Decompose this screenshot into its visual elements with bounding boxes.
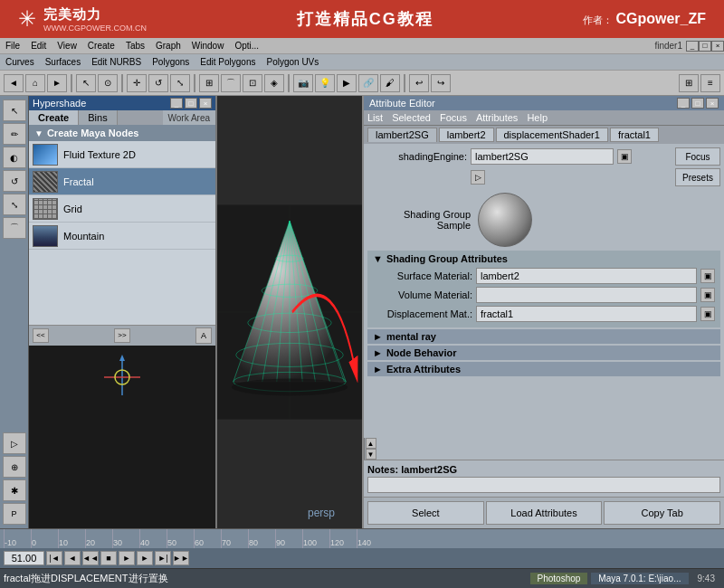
shading-engine-input[interactable] xyxy=(471,148,614,165)
ltool-rotate[interactable]: ↺ xyxy=(3,170,26,192)
tab-bins[interactable]: Bins xyxy=(79,110,117,125)
menu-surfaces[interactable]: Surfaces xyxy=(40,54,86,70)
scroll-down[interactable]: ▼ xyxy=(366,449,376,460)
ltool-anim[interactable]: ▷ xyxy=(3,432,26,454)
toolbar-snap-surface[interactable]: ◈ xyxy=(264,74,284,92)
attr-menu-selected[interactable]: Selected xyxy=(392,112,431,123)
pb-stop[interactable]: ■ xyxy=(100,551,117,565)
surface-material-input[interactable] xyxy=(476,268,697,284)
copy-tab-btn[interactable]: Copy Tab xyxy=(604,501,720,525)
menu-polygons[interactable]: Polygons xyxy=(147,54,195,70)
scroll-left-btn[interactable]: << xyxy=(33,328,49,343)
node-item-grid[interactable]: Grid xyxy=(29,195,215,223)
load-attributes-btn[interactable]: Load Attributes xyxy=(486,501,603,525)
pb-play-back[interactable]: ◄◄ xyxy=(82,551,99,565)
displacement-mat-input[interactable] xyxy=(476,306,697,322)
ltool-scale[interactable]: ⤡ xyxy=(3,194,26,215)
node-item-mountain[interactable]: Mountain xyxy=(29,223,215,250)
select-btn[interactable]: Select xyxy=(367,501,484,525)
toolbar-select[interactable]: ↖ xyxy=(76,74,96,92)
attr-menu-help[interactable]: Help xyxy=(527,112,548,123)
ltool-ncloth[interactable]: ✱ xyxy=(3,479,26,501)
menu-edit-nurbs[interactable]: Edit NURBS xyxy=(86,54,147,70)
ltool-sculpt[interactable]: ◐ xyxy=(3,147,26,168)
node-item-fluid[interactable]: Fluid Texture 2D xyxy=(29,141,215,168)
shader-tab-fractal1[interactable]: fractal1 xyxy=(610,128,659,142)
ltool-curve[interactable]: ⌒ xyxy=(3,217,26,239)
node-alpha-btn[interactable]: A xyxy=(195,327,212,344)
pb-start[interactable]: |◄ xyxy=(46,551,62,565)
attr-maximize[interactable]: □ xyxy=(691,98,704,109)
shader-tab-displacement[interactable]: displacementShader1 xyxy=(496,128,608,142)
displacement-mat-btn[interactable]: ▣ xyxy=(700,307,715,321)
create-maya-nodes-header[interactable]: ▼ Create Maya Nodes xyxy=(29,125,215,141)
toolbar-rotate[interactable]: ↺ xyxy=(148,74,168,92)
shader-tab-lambert2sg[interactable]: lambert2SG xyxy=(367,128,437,142)
pb-prev[interactable]: ◄ xyxy=(64,551,81,565)
presets-btn[interactable]: Presets xyxy=(675,168,720,186)
photoshop-btn[interactable]: Photoshop xyxy=(530,573,588,584)
attr-close[interactable]: × xyxy=(706,98,719,109)
pb-ff[interactable]: ►► xyxy=(173,551,189,565)
focus-btn[interactable]: Focus xyxy=(675,147,720,166)
node-behavior-header[interactable]: ► Node Behavior xyxy=(367,346,720,360)
toolbar-light[interactable]: 💡 xyxy=(315,74,335,92)
toolbar-render[interactable]: ▶ xyxy=(337,74,357,92)
toolbar-move[interactable]: ✛ xyxy=(127,74,147,92)
win-minimize[interactable]: _ xyxy=(686,41,699,52)
mental-ray-header[interactable]: ► mental ray xyxy=(367,329,720,344)
toolbar-home[interactable]: ⌂ xyxy=(25,74,45,92)
toolbar-lasso[interactable]: ⊙ xyxy=(98,74,118,92)
scroll-up[interactable]: ▲ xyxy=(366,438,376,449)
menu-tabs[interactable]: Tabs xyxy=(120,38,150,53)
shader-tab-lambert2[interactable]: lambert2 xyxy=(439,128,494,142)
win-close[interactable]: × xyxy=(711,41,724,52)
toolbar-grid-view[interactable]: ⊞ xyxy=(679,74,699,92)
toolbar-forward[interactable]: ► xyxy=(47,74,67,92)
menu-opti[interactable]: Opti... xyxy=(229,38,264,53)
scroll-right-btn[interactable]: >> xyxy=(114,328,130,343)
scrollbar[interactable]: ▲ ▼ xyxy=(364,438,376,460)
surface-material-btn[interactable]: ▣ xyxy=(700,269,715,283)
menu-edit[interactable]: Edit xyxy=(25,38,52,53)
toolbar-hypershade[interactable]: 🔗 xyxy=(358,74,378,92)
attr-menu-list[interactable]: List xyxy=(367,112,383,123)
attr-menu-focus[interactable]: Focus xyxy=(440,112,467,123)
toolbar-snap-point[interactable]: ⊡ xyxy=(243,74,262,92)
ltool-paint[interactable]: ✏ xyxy=(3,123,26,145)
win-maximize[interactable]: □ xyxy=(699,41,711,52)
volume-material-btn[interactable]: ▣ xyxy=(700,288,715,302)
tab-create[interactable]: Create xyxy=(29,110,79,125)
menu-curves[interactable]: Curves xyxy=(0,54,40,70)
attr-minimize[interactable]: _ xyxy=(677,98,690,109)
extra-attrs-header[interactable]: ► Extra Attributes xyxy=(367,362,720,376)
node-item-fractal[interactable]: Fractal xyxy=(29,168,215,195)
hs-minimize[interactable]: _ xyxy=(170,98,183,109)
menu-view[interactable]: View xyxy=(52,38,82,53)
pb-end[interactable]: ►| xyxy=(155,551,171,565)
pb-play[interactable]: ► xyxy=(119,551,135,565)
toolbar-undo[interactable]: ↩ xyxy=(409,74,429,92)
volume-material-input[interactable] xyxy=(476,287,697,303)
toolbar-snap-grid[interactable]: ⊞ xyxy=(199,74,219,92)
toolbar-paint[interactable]: 🖌 xyxy=(380,74,400,92)
menu-window[interactable]: Window xyxy=(186,38,230,53)
frame-input[interactable] xyxy=(4,551,44,565)
attr-menu-attributes[interactable]: Attributes xyxy=(476,112,518,123)
toolbar-arrow[interactable]: ◄ xyxy=(4,74,24,92)
notes-input[interactable] xyxy=(367,477,720,493)
menu-file[interactable]: File xyxy=(0,38,25,53)
ltool-deform[interactable]: ⊕ xyxy=(3,456,26,478)
ltool-select[interactable]: ↖ xyxy=(3,100,26,121)
menu-polygon-uvs[interactable]: Polygon UVs xyxy=(261,54,324,70)
maya-btn[interactable]: Maya 7.0.1: E:\jiao... xyxy=(591,573,688,584)
toolbar-snap-curve[interactable]: ⌒ xyxy=(221,74,241,92)
menu-graph[interactable]: Graph xyxy=(150,38,186,53)
shading-engine-btn1[interactable]: ▣ xyxy=(617,149,632,164)
pb-next[interactable]: ► xyxy=(137,551,153,565)
shading-engine-btn2[interactable]: ▷ xyxy=(471,170,485,185)
menu-edit-polygons[interactable]: Edit Polygons xyxy=(195,54,261,70)
sg-section-header[interactable]: ▼ Shading Group Attributes xyxy=(373,253,715,264)
toolbar-list-view[interactable]: ≡ xyxy=(700,74,720,92)
ltool-persp[interactable]: P xyxy=(3,503,26,525)
